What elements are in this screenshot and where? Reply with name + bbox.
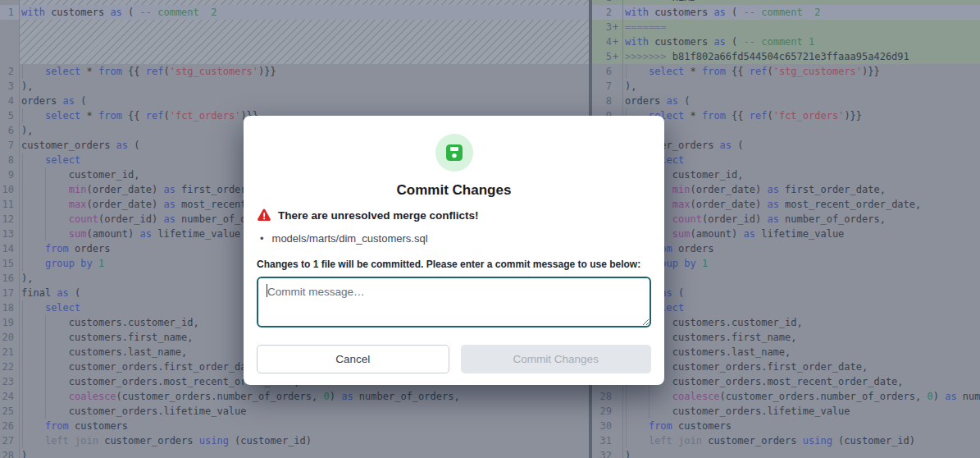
line-number-gutter: 16 — [0, 271, 20, 286]
line-number: 31 — [592, 433, 612, 448]
line-number-gutter — [0, 20, 20, 64]
indent-guide — [45, 197, 46, 212]
cancel-button[interactable]: Cancel — [257, 345, 449, 373]
code-line: 3), — [0, 79, 589, 94]
code-text: group by 1 — [623, 256, 980, 271]
code-text: with customers as ( -- comment 1 — [623, 34, 980, 49]
line-number: 2 — [592, 5, 612, 20]
code-text: customer_orders.lifetime_value — [20, 404, 589, 419]
code-line: 6 select * from {{ ref('stg_customers')}… — [592, 64, 980, 79]
code-text: customers.customer_id, — [623, 315, 980, 330]
code-line: 28) — [0, 448, 589, 458]
indent-guide — [45, 227, 46, 241]
line-number-gutter: 2 — [592, 5, 623, 20]
line-number-gutter: 24 — [0, 389, 20, 404]
indent-guide — [626, 64, 627, 79]
code-text: min(order_date) as first_order_date, — [623, 182, 980, 197]
code-text: customer_orders.first_order_date, — [623, 360, 980, 374]
line-number-gutter: 8 — [0, 153, 20, 167]
code-line: 27 left join customer_orders using (cust… — [0, 433, 589, 448]
code-text: ) — [623, 448, 980, 458]
line-number-gutter: 27 — [0, 433, 20, 448]
line-number-gutter: 4+ — [592, 34, 623, 49]
code-text: max(order_date) as most_recent_order_dat… — [623, 197, 980, 212]
line-number-gutter: 28 — [592, 389, 623, 404]
line-number-gutter: 5 — [0, 108, 20, 123]
code-text: count(order_id) as number_of_orders, — [623, 212, 980, 227]
save-icon — [435, 134, 473, 172]
line-number-gutter: 25 — [0, 404, 20, 419]
code-line: 24 coalesce(customer_orders.number_of_or… — [0, 389, 589, 404]
code-line: 3+======= — [592, 20, 980, 34]
indent-guide — [45, 360, 46, 374]
code-text: from customers — [623, 419, 980, 433]
line-number-gutter: 3+ — [592, 20, 623, 34]
code-text: with customers as ( -- comment 2 — [20, 5, 589, 20]
code-line: 25 customer_orders.lifetime_value — [0, 404, 589, 419]
diff-added-marker — [612, 5, 622, 20]
bullet-glyph: • — [260, 232, 264, 245]
code-line: 7), — [592, 79, 980, 94]
line-number: 5 — [592, 49, 612, 64]
code-text: coalesce(customer_orders.number_of_order… — [623, 389, 980, 404]
indent-guide — [22, 345, 23, 360]
code-text: ) — [20, 448, 589, 458]
code-text: left join customer_orders using (custome… — [20, 433, 589, 448]
indent-guide — [22, 212, 23, 227]
indent-guide — [45, 374, 46, 389]
code-line: 2with customers as ( -- comment 2 — [592, 5, 980, 20]
line-number-gutter: 9 — [0, 167, 20, 182]
code-text: from orders — [623, 241, 980, 256]
diff-added-marker — [612, 64, 622, 79]
indent-guide — [626, 389, 627, 404]
indent-guide — [22, 433, 23, 448]
indent-guide — [22, 330, 23, 345]
code-line: 29 customer_orders.lifetime_value — [592, 404, 980, 419]
indent-guide — [45, 330, 46, 345]
code-text: select — [623, 153, 980, 167]
code-line: 31 left join customer_orders using (cust… — [592, 433, 980, 448]
indent-guide — [45, 182, 46, 197]
line-number-gutter: 13 — [0, 227, 20, 241]
line-number-gutter: 28 — [0, 448, 20, 458]
diff-added-marker — [612, 404, 622, 419]
code-line: 26 from customers — [0, 419, 589, 433]
code-text: >>>>>>> b81f802a66fd544504c65721e3ffaaa9… — [623, 49, 980, 64]
modal-title: Commit Changes — [257, 182, 651, 199]
commit-changes-modal: Commit Changes There are unresolved merg… — [244, 116, 664, 385]
line-number-gutter: 29 — [592, 404, 623, 419]
code-text: select * from {{ ref('fct_orders')}} — [623, 108, 980, 123]
diff-added-marker — [612, 419, 622, 433]
code-line: 32) — [592, 448, 980, 458]
line-number: 6 — [592, 64, 612, 79]
code-line: 30 from customers — [592, 419, 980, 433]
line-number: 8 — [592, 94, 612, 108]
hatched-filler — [20, 20, 589, 64]
code-text: customer_orders as ( — [623, 138, 980, 153]
diff-added-marker — [612, 433, 622, 448]
commit-changes-button[interactable]: Commit Changes — [461, 345, 652, 373]
line-number-gutter: 6 — [592, 64, 623, 79]
indent-guide — [22, 64, 23, 79]
commit-message-input[interactable] — [257, 277, 651, 327]
code-text: final as ( — [623, 286, 980, 300]
code-text: sum(amount) as lifetime_value — [623, 227, 980, 241]
indent-guide — [22, 315, 23, 330]
commit-message-field-wrap — [257, 277, 651, 327]
line-number-gutter: 21 — [0, 345, 20, 360]
line-number: 32 — [592, 448, 612, 458]
code-text: ), — [623, 123, 980, 138]
code-text: customer_orders.lifetime_value — [623, 404, 980, 419]
code-text: coalesce(customer_orders.number_of_order… — [20, 389, 589, 404]
code-text: orders as ( — [20, 94, 589, 108]
line-number-gutter: 12 — [0, 212, 20, 227]
indent-guide — [649, 404, 650, 419]
text-caret — [267, 284, 267, 297]
indent-guide — [22, 360, 23, 374]
line-number-gutter: 5+ — [592, 49, 623, 64]
code-line: 2 select * from {{ ref('stg_customers')}… — [0, 64, 589, 79]
code-line: 8orders as ( — [592, 94, 980, 108]
line-number-gutter: 18 — [0, 300, 20, 315]
code-line: 1with customers as ( -- comment 2 — [0, 5, 589, 20]
line-number-gutter: 31 — [592, 433, 623, 448]
